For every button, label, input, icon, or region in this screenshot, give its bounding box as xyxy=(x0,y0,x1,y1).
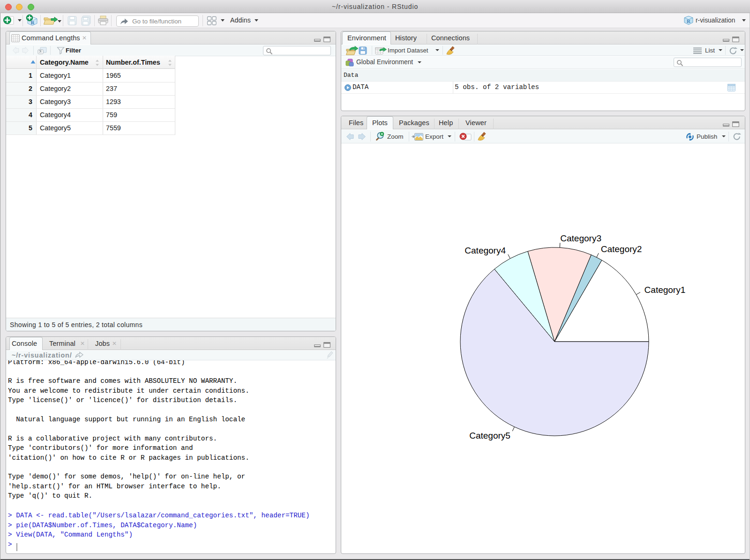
svg-text:R: R xyxy=(687,18,691,24)
svg-text:Category1: Category1 xyxy=(645,285,686,295)
svg-text:Category2: Category2 xyxy=(601,244,642,254)
svg-text:Category5: Category5 xyxy=(469,431,510,441)
svg-text:Category3: Category3 xyxy=(560,233,601,243)
svg-text:Category4: Category4 xyxy=(465,246,506,255)
